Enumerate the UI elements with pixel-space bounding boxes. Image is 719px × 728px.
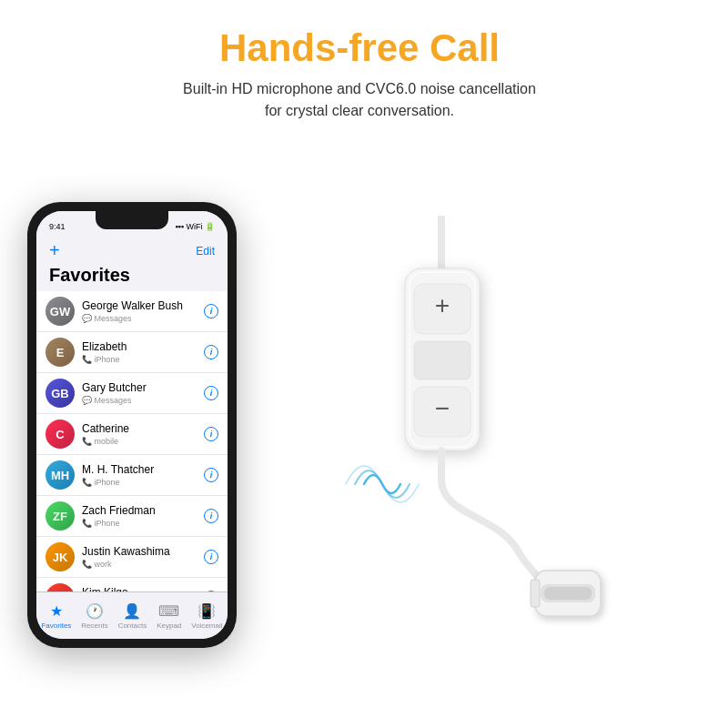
recents-tab-label: Recents: [81, 622, 107, 630]
contact-name: Elizabeth: [82, 340, 204, 355]
contact-name: Catherine: [82, 422, 204, 437]
contact-name: M. H. Thatcher: [82, 463, 204, 478]
avatar: MH: [46, 460, 75, 490]
tab-recents[interactable]: 🕐 Recents: [81, 602, 107, 630]
contact-type: 📞 iPhone: [82, 355, 204, 364]
avatar: C: [46, 420, 75, 449]
contacts-tab-label: Contacts: [118, 622, 147, 630]
avatar: GW: [46, 297, 75, 326]
contact-info: George Walker Bush 💬 Messages: [82, 299, 204, 323]
avatar: E: [46, 338, 75, 367]
content-area: 9:41 ▪▪▪ WiFi 🔋 + Edit Favorites GW Geor…: [0, 131, 719, 728]
contact-info: Gary Butcher 💬 Messages: [82, 381, 204, 405]
contacts-nav: + Edit: [49, 240, 215, 261]
contacts-list: GW George Walker Bush 💬 Messages i E Eli…: [36, 291, 228, 592]
keypad-tab-label: Keypad: [157, 622, 181, 630]
screen-content: 9:41 ▪▪▪ WiFi 🔋 + Edit Favorites GW Geor…: [36, 211, 228, 592]
cable-svg: + −: [328, 216, 619, 634]
contact-type: 📞 iPhone: [82, 478, 204, 487]
favorites-tab-label: Favorites: [41, 622, 71, 630]
tab-keypad[interactable]: ⌨ Keypad: [157, 602, 181, 630]
contact-type: 📞 mobile: [82, 437, 204, 446]
info-button[interactable]: i: [204, 468, 218, 482]
svg-text:−: −: [435, 394, 450, 422]
contact-item[interactable]: GW George Walker Bush 💬 Messages i: [36, 291, 228, 332]
contact-item[interactable]: JK Justin Kawashima 📞 work i: [36, 537, 228, 578]
contact-info: Catherine 📞 mobile: [82, 422, 204, 446]
info-button[interactable]: i: [204, 304, 218, 318]
contact-name: Justin Kawashima: [82, 545, 204, 560]
time-display: 9:41: [49, 222, 66, 231]
favorites-tab-icon: ★: [50, 602, 63, 620]
cable-illustration: + −: [255, 216, 692, 634]
contact-item[interactable]: E Elizabeth 📞 iPhone i: [36, 332, 228, 373]
contact-item[interactable]: KK Kim Kilgo 💬 Messages i: [36, 578, 228, 592]
contact-item[interactable]: C Catherine 📞 mobile i: [36, 414, 228, 455]
contact-type: 💬 Messages: [82, 314, 204, 323]
phone-body: 9:41 ▪▪▪ WiFi 🔋 + Edit Favorites GW Geor…: [27, 202, 237, 648]
contact-item[interactable]: GB Gary Butcher 💬 Messages i: [36, 373, 228, 414]
avatar: GB: [46, 379, 75, 408]
phone-mockup: 9:41 ▪▪▪ WiFi 🔋 + Edit Favorites GW Geor…: [27, 202, 237, 648]
contact-name: Zach Friedman: [82, 504, 204, 519]
contact-name: George Walker Bush: [82, 299, 204, 314]
contact-info: Zach Friedman 📞 iPhone: [82, 504, 204, 528]
tab-voicemail[interactable]: 📳 Voicemail: [191, 602, 222, 630]
tab-favorites[interactable]: ★ Favorites: [41, 602, 71, 630]
svg-rect-10: [531, 580, 540, 607]
contacts-tab-icon: 👤: [123, 602, 141, 620]
svg-text:+: +: [435, 291, 450, 319]
info-button[interactable]: i: [204, 386, 218, 400]
contact-type: 📞 work: [82, 560, 204, 569]
contact-info: Justin Kawashima 📞 work: [82, 545, 204, 569]
contact-type: 💬 Messages: [82, 396, 204, 405]
keypad-tab-icon: ⌨: [158, 602, 179, 620]
contact-name: Gary Butcher: [82, 381, 204, 396]
page-title: Hands-free Call: [18, 25, 701, 71]
info-button[interactable]: i: [204, 550, 218, 564]
svg-rect-5: [414, 341, 471, 379]
page-subtitle: Built-in HD microphone and CVC6.0 noise …: [18, 78, 701, 122]
info-button[interactable]: i: [204, 509, 218, 523]
contact-item[interactable]: ZF Zach Friedman 📞 iPhone i: [36, 496, 228, 537]
tab-contacts[interactable]: 👤 Contacts: [118, 602, 147, 630]
info-button[interactable]: i: [204, 345, 218, 359]
phone-screen: 9:41 ▪▪▪ WiFi 🔋 + Edit Favorites GW Geor…: [36, 211, 228, 639]
section-title: Favorites: [49, 265, 215, 286]
info-button[interactable]: i: [204, 427, 218, 441]
page-header: Hands-free Call Built-in HD microphone a…: [0, 0, 719, 131]
contact-item[interactable]: MH M. H. Thatcher 📞 iPhone i: [36, 455, 228, 496]
voicemail-tab-label: Voicemail: [191, 622, 222, 630]
edit-button[interactable]: Edit: [196, 245, 215, 258]
recents-tab-icon: 🕐: [86, 602, 104, 620]
contact-info: M. H. Thatcher 📞 iPhone: [82, 463, 204, 487]
voicemail-tab-icon: 📳: [197, 602, 216, 620]
signal-display: ▪▪▪ WiFi 🔋: [175, 222, 215, 231]
phone-notch: [96, 211, 168, 229]
svg-rect-12: [544, 587, 592, 600]
contact-info: Elizabeth 📞 iPhone: [82, 340, 204, 364]
avatar: JK: [46, 542, 75, 571]
contact-type: 📞 iPhone: [82, 519, 204, 528]
avatar: KK: [46, 583, 75, 592]
add-contact-button[interactable]: +: [49, 240, 60, 261]
avatar: ZF: [46, 501, 75, 531]
tab-bar: ★ Favorites 🕐 Recents 👤 Contacts ⌨ Keypa…: [36, 592, 228, 639]
contacts-header: + Edit Favorites: [36, 237, 228, 291]
